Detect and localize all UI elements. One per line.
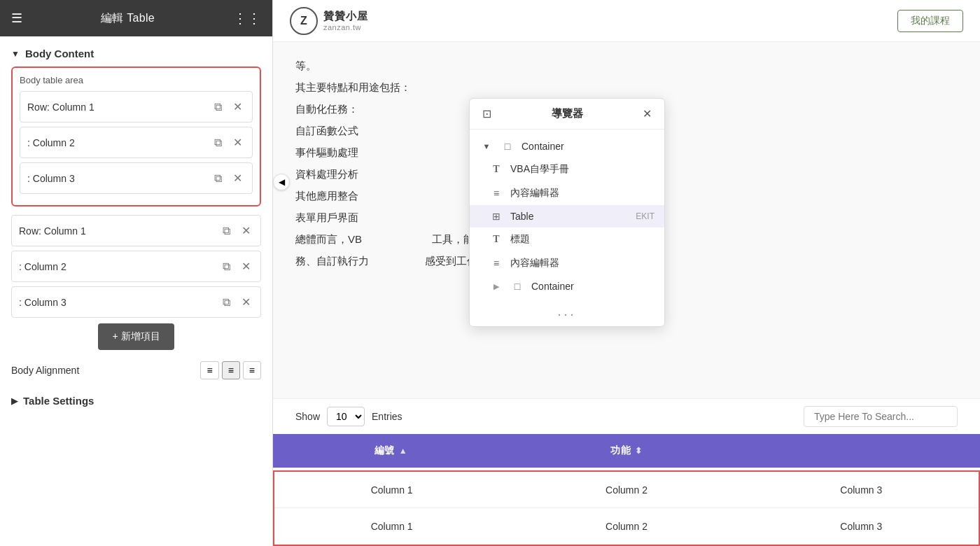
table-controls: Show 10 25 50 Entries <box>273 398 980 434</box>
td-cell: Column 3 <box>744 484 979 496</box>
table-header-row: 編號 ▲ 功能 ⬍ <box>273 434 980 468</box>
body-alignment-label: Body Alignment <box>11 365 79 376</box>
nav-expand-arrow-icon: ▼ <box>479 142 493 150</box>
show-select[interactable]: 10 25 50 <box>327 407 365 426</box>
alignment-buttons: ≡ ≡ ≡ <box>200 361 261 379</box>
container-child-icon: □ <box>510 281 524 292</box>
delete-btn[interactable]: ✕ <box>239 294 253 310</box>
search-input[interactable] <box>804 406 958 427</box>
td-cell: Column 2 <box>509 484 743 496</box>
title-icon: T <box>489 234 503 245</box>
th-gongneng-label: 功能 <box>610 444 631 457</box>
body-table-label: Body table area <box>20 75 253 85</box>
duplicate-btn[interactable]: ⧉ <box>220 295 233 310</box>
sort-asc-icon[interactable]: ▲ <box>399 446 407 456</box>
collapse-arrow-icon[interactable]: ◀ <box>273 174 290 190</box>
right-panel: Z 贊贊小屋 zanzan.tw 我的課程 ◀ 等。 其主要特點和用途包括： 自… <box>273 0 980 546</box>
sort-both-icon[interactable]: ⬍ <box>635 446 643 456</box>
hamburger-icon[interactable]: ☰ <box>11 10 22 26</box>
navigator-header: ⊡ 導覽器 ✕ <box>470 99 664 130</box>
table-settings-label: Table Settings <box>23 395 94 407</box>
table-settings-header[interactable]: ▶ Table Settings <box>11 388 261 414</box>
navigator-close-button[interactable]: ✕ <box>640 106 654 122</box>
th-cell-biaohao: 編號 ▲ <box>273 444 509 457</box>
nav-item-content-editor-1[interactable]: ≡ 內容編輯器 <box>470 181 664 205</box>
delete-btn[interactable]: ✕ <box>239 223 253 239</box>
delete-btn[interactable]: ✕ <box>239 258 253 274</box>
logo-text-block: 贊贊小屋 zanzan.tw <box>323 10 368 31</box>
row-group-2: Row: Column 1 ⧉ ✕ : Column 2 ⧉ ✕ : Colum… <box>11 215 261 318</box>
content-line-2: 其主要特點和用途包括： <box>295 78 958 97</box>
body-content-box: Body table area Row: Column 1 ⧉ ✕ : Colu… <box>11 66 261 206</box>
logo-area: Z 贊贊小屋 zanzan.tw <box>290 7 368 35</box>
table-body: Column 1 Column 2 Column 3 Column 1 Colu… <box>273 470 980 546</box>
navigator-expand-icon[interactable]: ⊡ <box>479 106 494 122</box>
navigator-popup: ⊡ 導覽器 ✕ ▼ □ Container T VBA自學手冊 ≡ 內容編輯器 <box>469 98 665 327</box>
container-icon: □ <box>500 141 514 152</box>
row-item: Row: Column 1 ⧉ ✕ <box>20 91 253 122</box>
nav-item-vba[interactable]: T VBA自學手冊 <box>470 158 664 181</box>
duplicate-btn[interactable]: ⧉ <box>220 223 233 239</box>
row-item-text: : Column 3 <box>19 297 214 308</box>
show-label: Show <box>295 411 320 422</box>
entries-label: Entries <box>372 411 402 422</box>
nav-header-right: ✕ <box>640 106 654 122</box>
th-cell-gongneng: 功能 ⬍ <box>509 444 745 457</box>
row-item-text: : Column 2 <box>19 261 214 272</box>
td-cell: Column 2 <box>509 521 743 532</box>
table-nav-icon: ⊞ <box>489 211 503 222</box>
nav-item-table-label: Table <box>510 211 629 222</box>
table-settings-arrow-icon: ▶ <box>11 396 18 406</box>
delete-btn[interactable]: ✕ <box>230 170 245 186</box>
nav-item-container-child[interactable]: ▶ □ Container <box>470 275 664 298</box>
align-left-btn[interactable]: ≡ <box>200 361 218 379</box>
my-course-button[interactable]: 我的課程 <box>897 10 963 32</box>
body-alignment-row: Body Alignment ≡ ≡ ≡ <box>11 361 261 379</box>
delete-btn[interactable]: ✕ <box>230 134 245 150</box>
nav-item-container-label: Container <box>522 141 654 152</box>
add-item-button[interactable]: + 新增項目 <box>98 323 174 350</box>
nav-item-title[interactable]: T 標題 <box>470 227 664 251</box>
nav-item-container-child-label: Container <box>531 281 654 292</box>
delete-btn[interactable]: ✕ <box>230 99 245 115</box>
left-body: ▼ Body Content Body table area Row: Colu… <box>0 36 272 425</box>
content-line-1: 等。 <box>295 56 958 75</box>
grid-icon[interactable]: ⋮⋮ <box>233 10 261 27</box>
navigator-list: ▼ □ Container T VBA自學手冊 ≡ 內容編輯器 ⊞ Table … <box>470 130 664 303</box>
body-content-section-header[interactable]: ▼ Body Content <box>11 48 261 59</box>
td-cell: Column 1 <box>274 484 509 496</box>
duplicate-btn[interactable]: ⧉ <box>211 135 225 150</box>
left-header: ☰ 編輯 Table ⋮⋮ <box>0 0 272 36</box>
duplicate-btn[interactable]: ⧉ <box>220 259 233 274</box>
row-item-text: Row: Column 1 <box>27 102 206 113</box>
duplicate-btn[interactable]: ⧉ <box>211 99 225 115</box>
nav-item-content-editor-2-label: 內容編輯器 <box>510 257 654 270</box>
row-item: Row: Column 1 ⧉ ✕ <box>11 215 261 246</box>
td-cell: Column 1 <box>274 521 509 532</box>
nav-arrow-right-icon: ▶ <box>489 282 503 291</box>
logo-text-main: 贊贊小屋 <box>323 10 368 23</box>
row-item-text: : Column 2 <box>27 137 206 148</box>
nav-item-container[interactable]: ▼ □ Container <box>470 135 664 158</box>
row-item: : Column 2 ⧉ ✕ <box>20 127 253 158</box>
align-center-btn[interactable]: ≡ <box>222 361 240 379</box>
nav-item-content-editor-1-label: 內容編輯器 <box>510 187 654 200</box>
th-biaohao-label: 編號 <box>374 444 395 457</box>
td-cell: Column 3 <box>744 521 979 532</box>
right-header: Z 贊贊小屋 zanzan.tw 我的課程 <box>273 0 980 42</box>
row-item: : Column 3 ⧉ ✕ <box>20 162 253 194</box>
nav-item-content-editor-2[interactable]: ≡ 內容編輯器 <box>470 251 664 275</box>
nav-header-left: ⊡ <box>479 106 494 122</box>
duplicate-btn[interactable]: ⧉ <box>211 171 225 186</box>
text-icon: T <box>489 164 503 175</box>
row-item-text: Row: Column 1 <box>19 225 214 237</box>
nav-item-table[interactable]: ⊞ Table EKIT <box>470 205 664 227</box>
navigator-title: 導覽器 <box>494 107 640 120</box>
align-right-btn[interactable]: ≡ <box>243 361 261 379</box>
nav-item-shortcut: EKIT <box>636 211 654 221</box>
nav-more[interactable]: ··· <box>470 303 664 326</box>
nav-item-vba-label: VBA自學手冊 <box>510 163 654 176</box>
body-content-label: Body Content <box>25 48 94 59</box>
editor-icon: ≡ <box>489 188 503 199</box>
row-item: : Column 2 ⧉ ✕ <box>11 251 261 282</box>
